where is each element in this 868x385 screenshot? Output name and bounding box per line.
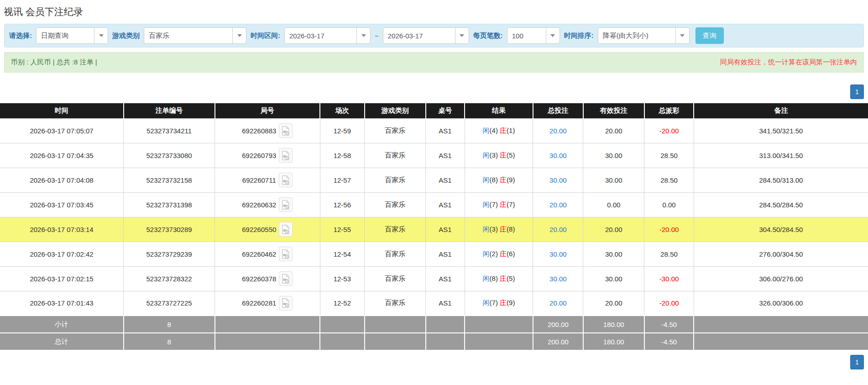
cell-table-no: AS1 [426,168,465,192]
cell-valid-bet: 30.00 [583,168,644,192]
cell-total-bet[interactable]: 30.00 [533,143,583,168]
video-playback-button[interactable] [279,148,293,163]
cell-payout: 28.50 [644,143,694,168]
summary-payout: -4.50 [644,333,694,350]
cell-total-bet[interactable]: 20.00 [533,291,583,316]
cell-remark: 341.50/321.50 [694,118,868,143]
date-from-select[interactable]: 2026-03-17 [284,27,371,44]
cell-session: 12-59 [320,118,365,143]
subtotal-row: 小计8200.00180.00-4.50 [0,316,868,333]
summary-total-bet: 200.00 [533,316,583,333]
cell-round-id: 692260793 [215,143,320,168]
cell-game-category: 百家乐 [365,168,426,192]
summary-empty [215,316,320,333]
cell-session: 12-54 [320,242,365,266]
cell-game-category: 百家乐 [365,192,426,217]
result-banker-count: (5) [507,151,515,159]
result-player-count: (8) [490,176,498,184]
cell-round-id: 692260378 [215,266,320,291]
cell-time: 2026-03-17 07:05:07 [0,118,124,143]
cell-bet-id: 523273728322 [124,266,215,291]
video-playback-button[interactable] [279,197,293,212]
currency-summary-text: 币别 : 人民币 | 总共 :8 注单 | [11,58,97,67]
summary-total-bet: 200.00 [533,333,583,350]
cell-game-category: 百家乐 [365,143,426,168]
cell-payout: 0.00 [644,192,694,217]
result-banker-count: (9) [507,176,515,184]
cell-time: 2026-03-17 07:02:15 [0,266,124,291]
cell-result: 闲(7) 庄(9) [465,291,533,316]
column-header: 注单编号 [124,103,215,118]
summary-bar: 币别 : 人民币 | 总共 :8 注单 | 同局有效投注，统一计算在该局第一张注… [4,52,864,73]
summary-empty [320,316,365,333]
cell-total-bet[interactable]: 20.00 [533,118,583,143]
video-file-icon [282,225,290,234]
pagination-page-button[interactable]: 1 [850,84,864,99]
cell-session: 12-58 [320,143,365,168]
summary-empty [365,333,426,350]
cell-total-bet[interactable]: 30.00 [533,242,583,266]
cell-payout: -20.00 [644,118,694,143]
video-playback-button[interactable] [279,173,293,187]
result-player-count: (3) [490,225,498,233]
round-id-text: 692260711 [242,176,276,184]
cell-total-bet[interactable]: 20.00 [533,217,583,242]
cell-round-id: 692260711 [215,168,320,192]
cell-table-no: AS1 [426,291,465,316]
video-file-icon [282,298,290,308]
cell-total-bet[interactable]: 30.00 [533,266,583,291]
summary-empty [465,316,533,333]
cell-time: 2026-03-17 07:01:43 [0,291,124,316]
cell-remark: 326.00/306.00 [694,291,868,316]
result-banker-count: (6) [507,250,515,258]
pagination-page-button[interactable]: 1 [850,355,864,369]
date-to-value: 2026-03-17 [383,28,455,43]
video-playback-button[interactable] [279,222,293,237]
cell-payout: -30.00 [644,266,694,291]
cell-remark: 313.00/341.50 [694,143,868,168]
cell-bet-id: 523273734211 [124,118,215,143]
cell-table-no: AS1 [426,266,465,291]
page-size-select[interactable]: 100 [507,27,560,44]
cell-round-id: 692260550 [215,217,320,242]
cell-total-bet[interactable]: 20.00 [533,192,583,217]
video-playback-button[interactable] [279,123,293,138]
filter-bar: 请选择: 日期查询 游戏类别 百家乐 时间区间: 2026-03-17 ~ 20… [4,24,864,47]
column-header: 总派彩 [644,103,694,118]
video-playback-button[interactable] [279,296,293,311]
cell-game-category: 百家乐 [365,217,426,242]
cell-remark: 284.50/284.50 [694,192,868,217]
grandtotal-row: 总计8200.00180.00-4.50 [0,333,868,350]
summary-empty [215,333,320,350]
cell-remark: 276.00/304.50 [694,242,868,266]
table-header-row: 时间注单编号局号场次游戏类别桌号结果总投注有效投注总派彩备注 [0,103,868,118]
video-playback-button[interactable] [279,271,293,286]
cell-payout: 28.50 [644,242,694,266]
search-button[interactable]: 查询 [695,27,724,44]
cell-round-id: 692260883 [215,118,320,143]
query-type-select[interactable]: 日期查询 [36,27,108,44]
cell-bet-id: 523273731398 [124,192,215,217]
result-player-count: (4) [490,127,498,134]
round-id-text: 692260632 [242,201,276,209]
result-player-label: 闲 [483,151,490,159]
cell-payout: -20.00 [644,291,694,316]
sort-order-select[interactable]: 降幂(由大到小) [598,27,690,44]
summary-valid-bet: 180.00 [583,333,644,350]
cell-game-category: 百家乐 [365,242,426,266]
game-category-select[interactable]: 百家乐 [144,27,246,44]
date-to-select[interactable]: 2026-03-17 [383,27,469,44]
column-header: 时间 [0,103,124,118]
cell-total-bet[interactable]: 30.00 [533,168,583,192]
chevron-down-icon [94,28,108,43]
result-player-label: 闲 [483,250,490,258]
cell-valid-bet: 0.00 [583,192,644,217]
result-player-label: 闲 [483,225,490,233]
chevron-down-icon [546,28,559,43]
cell-time: 2026-03-17 07:04:08 [0,168,124,192]
video-playback-button[interactable] [279,247,293,261]
result-player-label: 闲 [483,274,490,282]
cell-payout: -20.00 [644,217,694,242]
table-row: 2026-03-17 07:01:43523273727225692260281… [0,291,868,316]
cell-valid-bet: 20.00 [583,118,644,143]
